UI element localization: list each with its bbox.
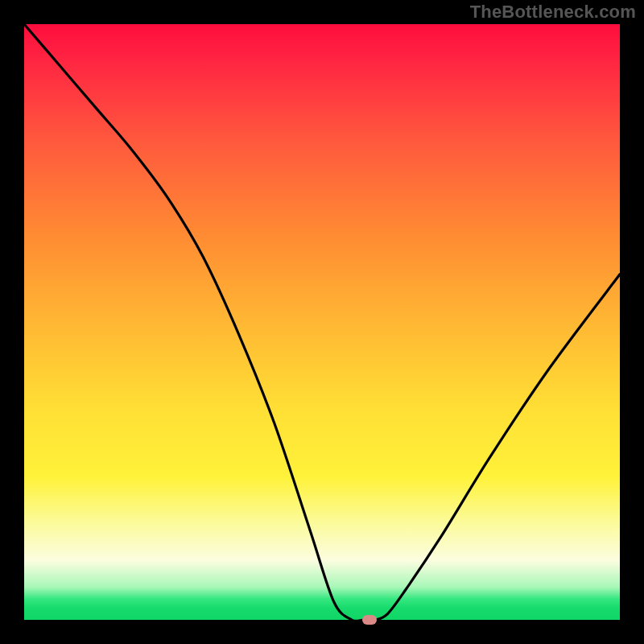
watermark-text: TheBottleneck.com xyxy=(470,2,636,23)
bottleneck-curve xyxy=(24,24,620,620)
chart-frame: TheBottleneck.com xyxy=(0,0,644,644)
plot-area xyxy=(24,24,620,620)
minimum-marker xyxy=(362,615,377,625)
